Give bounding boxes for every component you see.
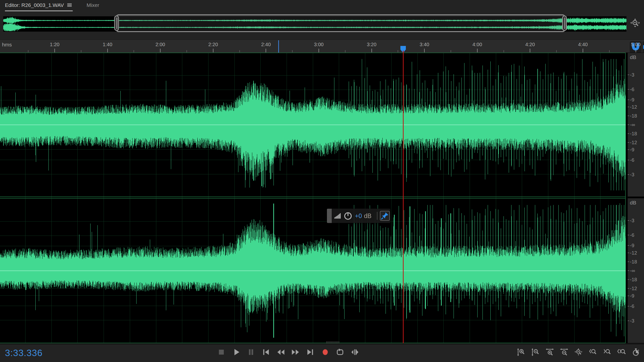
tab-mixer[interactable]: Mixer <box>86 0 99 10</box>
db-scale-label: -12 <box>630 140 637 145</box>
panel-tab-bar: Editor: R26_0003_1.WAV Mixer <box>0 0 644 11</box>
record-button[interactable] <box>321 348 330 356</box>
zoom-selection-button[interactable] <box>617 348 626 356</box>
db-scale-tick <box>628 306 629 306</box>
db-scale-tick <box>628 174 629 175</box>
stop-icon <box>217 348 226 356</box>
play-icon <box>232 348 240 356</box>
db-scale-label: -∞ <box>630 268 635 274</box>
db-scale-label: -6 <box>630 157 634 163</box>
ruler-settings-button[interactable] <box>642 41 644 53</box>
rewind-icon <box>276 348 285 356</box>
volume-hud[interactable]: +0 dB <box>327 209 390 223</box>
db-unit-label: dB <box>630 200 636 206</box>
zoom-out-vertical-button[interactable] <box>531 348 540 356</box>
zoom-out-horizontal-icon <box>560 348 568 356</box>
zoom-out-horizontal-button[interactable] <box>560 348 568 356</box>
zoom-out-full-button[interactable] <box>574 348 583 356</box>
db-scale-label: -6 <box>630 232 634 238</box>
db-scale-tick <box>628 288 629 289</box>
db-scale-label: -3 <box>630 217 634 223</box>
ruler-time-label: 2:40 <box>261 42 271 47</box>
pin-button[interactable] <box>380 211 390 221</box>
rewind-button[interactable] <box>276 348 285 356</box>
hud-separator <box>377 212 378 220</box>
fast-forward-icon <box>291 348 300 356</box>
ruler-unit-label: hms <box>2 42 12 48</box>
tab-editor[interactable]: Editor: R26_0003_1.WAV <box>5 0 73 11</box>
waveform-canvas[interactable] <box>0 53 626 343</box>
ruler-time-label: 5:00 <box>631 42 640 47</box>
audition-editor-panel: Editor: R26_0003_1.WAV Mixer <box>0 0 644 362</box>
overview-viewport[interactable] <box>116 14 565 32</box>
ruler-marker[interactable] <box>278 40 279 53</box>
db-scale-label: -9 <box>630 97 634 102</box>
ruler-time-label: 4:00 <box>472 42 482 47</box>
db-scale-tick <box>628 133 629 134</box>
drag-grip-icon[interactable] <box>327 209 332 223</box>
db-scale-label: -9 <box>630 147 634 153</box>
db-scale-label: -∞ <box>630 122 635 128</box>
skip-to-end-icon <box>306 348 314 356</box>
panel-menu-icon[interactable] <box>67 3 72 7</box>
stopwatch-icon <box>632 348 640 356</box>
db-scale-tick <box>628 124 629 125</box>
zoom-out-point-button[interactable] <box>603 348 611 356</box>
db-scale-label: -3 <box>630 318 634 324</box>
db-scale-label: -3 <box>630 72 634 78</box>
db-scale-label: -18 <box>630 131 637 136</box>
zoom-in-point-button[interactable] <box>588 348 597 356</box>
skip-to-start-button[interactable] <box>262 348 270 356</box>
ruler-time-label: 2:20 <box>208 42 218 47</box>
play-button[interactable] <box>232 348 240 356</box>
ruler-time-label: 3:40 <box>420 42 429 47</box>
ruler-time-label: 1:40 <box>103 42 112 47</box>
playhead-time-display[interactable]: 3:33.336 <box>5 348 42 358</box>
gain-value[interactable]: +0 <box>355 212 362 219</box>
viewport-right-handle[interactable] <box>562 15 567 31</box>
db-scale-tick <box>628 220 629 221</box>
tab-editor-label: Editor: R26_0003_1.WAV <box>5 2 64 8</box>
ruler-tick-minor <box>450 50 451 52</box>
db-scale-left-channel: dB-3-3-6-6-9-9-12-12-18-18-∞ <box>628 53 644 196</box>
db-scale-tick <box>628 116 629 116</box>
ruler-tick-minor <box>292 50 292 52</box>
zoom-out-vertical-icon <box>531 348 540 356</box>
ruler-tick-major <box>266 49 266 52</box>
stopwatch-button[interactable] <box>632 348 640 356</box>
zoom-selection-icon <box>617 348 626 356</box>
db-scale-tick <box>628 245 629 246</box>
playhead-line[interactable] <box>403 53 404 343</box>
db-scale-tick <box>628 100 629 100</box>
ruler-tick-major <box>372 49 372 52</box>
zoom-in-horizontal-button[interactable] <box>546 348 554 356</box>
db-scale-tick <box>628 270 629 271</box>
fast-forward-button[interactable] <box>291 348 300 356</box>
stop-button[interactable] <box>217 348 226 356</box>
ruler-tick-minor <box>398 50 398 52</box>
ruler-tick-minor <box>345 50 346 52</box>
zoom-controls <box>517 348 640 356</box>
db-scale-label: -18 <box>630 277 637 283</box>
gain-knob-icon[interactable] <box>344 211 352 220</box>
waveform-editor-area: dB-3-3-6-6-9-9-12-12-18-18-∞ dB-3-3-6-6-… <box>0 53 644 343</box>
time-ruler[interactable]: hms 1:201:402:002:202:403:003:203:404:00… <box>0 39 644 53</box>
ruler-time-label: 4:20 <box>525 42 535 47</box>
viewport-left-handle[interactable] <box>114 15 119 31</box>
db-scale-tick <box>628 89 629 90</box>
ruler-time-label: 3:20 <box>367 42 376 47</box>
pause-button[interactable] <box>247 348 255 356</box>
ruler-tick-major <box>477 49 478 52</box>
ruler-tick-major <box>160 49 160 52</box>
zoom-in-vertical-button[interactable] <box>517 348 525 356</box>
ruler-time-label: 3:00 <box>314 42 324 47</box>
db-scale-label: -9 <box>630 293 634 299</box>
loop-playback-button[interactable] <box>336 348 344 356</box>
db-scale-label: -3 <box>630 172 634 177</box>
loop-playback-icon <box>336 348 344 356</box>
skip-selection-button[interactable] <box>351 348 359 356</box>
ruler-tick-minor <box>556 50 557 52</box>
navigate-zoom-out-full-icon[interactable] <box>630 18 640 29</box>
db-unit-label: dB <box>630 54 636 60</box>
skip-to-end-button[interactable] <box>306 348 314 356</box>
